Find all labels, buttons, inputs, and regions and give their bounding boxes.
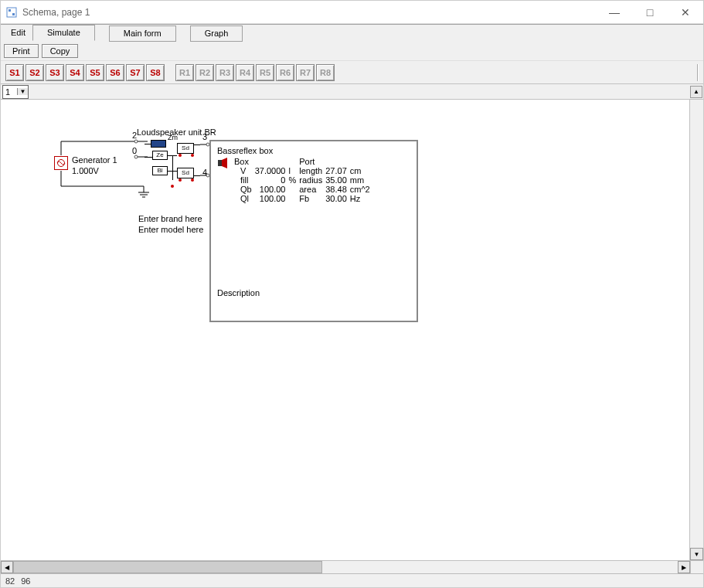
brand-placeholder[interactable]: Enter brand here bbox=[138, 214, 202, 223]
box-header: Box bbox=[234, 157, 255, 166]
s1-button[interactable]: S1 bbox=[5, 64, 24, 81]
schematic-canvas[interactable]: 2 0 3 4 Zm Generator 1 1.000V Loudspeake… bbox=[1, 100, 690, 560]
status-x: 82 bbox=[5, 576, 15, 586]
scroll-up-button[interactable]: ▲ bbox=[690, 86, 702, 98]
s5-button[interactable]: S5 bbox=[86, 64, 104, 81]
brbox-table: Box Port V 37.0000 l length 27.07 cm bbox=[217, 157, 373, 203]
minimize-button[interactable]: — bbox=[597, 1, 632, 23]
bassreflex-box[interactable]: Bassreflex box Box Port bbox=[209, 140, 418, 322]
svg-rect-0 bbox=[7, 8, 16, 17]
fill-label: fill bbox=[234, 175, 255, 185]
r1-button[interactable]: R1 bbox=[175, 64, 194, 81]
scroll-corner bbox=[690, 561, 703, 573]
scroll-left-button[interactable]: ◀ bbox=[1, 561, 13, 573]
area-value: 38.48 bbox=[325, 185, 350, 194]
fill-value: 0 bbox=[255, 175, 289, 185]
r4-button[interactable]: R4 bbox=[236, 64, 254, 81]
status-bar: 82 96 bbox=[1, 573, 703, 587]
menu-bar: Edit Simulate Main form Graph bbox=[1, 24, 703, 41]
schematic: 2 0 3 4 Zm Generator 1 1.000V Loudspeake… bbox=[1, 100, 689, 560]
node-0-label: 0 bbox=[132, 146, 137, 155]
fill-unit: % bbox=[288, 175, 299, 185]
ql-value: 100.00 bbox=[255, 194, 289, 203]
ls-sd1-box: Sd bbox=[177, 143, 194, 154]
v-unit: l bbox=[288, 166, 299, 175]
fb-label: Fb bbox=[299, 194, 325, 203]
horizontal-scrollbar[interactable]: ◀ ▶ bbox=[1, 560, 703, 573]
ls-dot-4 bbox=[191, 178, 194, 182]
v-value: 37.0000 bbox=[255, 166, 289, 175]
ls-dot-3 bbox=[179, 178, 182, 182]
ls-sd2-box: Sd bbox=[177, 168, 194, 178]
length-unit: cm bbox=[350, 166, 373, 175]
tab-graph[interactable]: Graph bbox=[190, 25, 243, 42]
r2-button[interactable]: R2 bbox=[196, 64, 214, 81]
ls-ze-box: Ze bbox=[152, 151, 168, 160]
s6-button[interactable]: S6 bbox=[106, 64, 124, 81]
fb-unit: Hz bbox=[350, 194, 373, 203]
svg-rect-1 bbox=[9, 9, 11, 12]
port-header: Port bbox=[299, 157, 325, 166]
toolbar: Print Copy bbox=[1, 41, 703, 61]
generator-symbol[interactable] bbox=[54, 156, 68, 170]
generator-label: Generator 1 bbox=[72, 155, 117, 165]
page-dropdown[interactable]: 1 ▼ bbox=[2, 85, 29, 99]
qb-label: Qb bbox=[234, 185, 255, 194]
scroll-right-button[interactable]: ▶ bbox=[678, 561, 690, 573]
s7-button[interactable]: S7 bbox=[126, 64, 145, 81]
radius-value: 35.00 bbox=[325, 175, 350, 185]
hscroll-thumb[interactable] bbox=[13, 561, 322, 573]
loudspeaker-block[interactable]: Ze Bl Sd Sd bbox=[145, 140, 206, 199]
ls-dot-2 bbox=[191, 154, 194, 157]
r5-button[interactable]: R5 bbox=[256, 64, 274, 81]
window-controls: — □ ✕ bbox=[597, 1, 703, 23]
vertical-scrollbar[interactable]: ▼ bbox=[690, 100, 703, 560]
app-icon bbox=[5, 6, 18, 19]
r8-button[interactable]: R8 bbox=[316, 64, 335, 81]
v-label: V bbox=[234, 166, 255, 175]
loudspeaker-title: Loudspeaker unit BR bbox=[137, 127, 216, 137]
print-button[interactable]: Print bbox=[4, 44, 39, 58]
qb-value: 100.00 bbox=[255, 185, 289, 194]
r3-button[interactable]: R3 bbox=[216, 64, 234, 81]
ls-bl-box: Bl bbox=[152, 166, 168, 175]
window-title: Schema, page 1 bbox=[22, 7, 597, 18]
svg-rect-2 bbox=[12, 13, 15, 15]
hscroll-track[interactable] bbox=[322, 561, 678, 573]
svg-rect-14 bbox=[218, 160, 222, 166]
tab-simulate[interactable]: Simulate bbox=[32, 25, 95, 41]
ql-label: Ql bbox=[234, 194, 255, 203]
area-unit: cm^2 bbox=[350, 185, 373, 194]
generator-voltage: 1.000V bbox=[72, 166, 99, 175]
sr-button-row: S1 S2 S3 S4 S5 S6 S7 S8 R1 R2 R3 R4 R5 R… bbox=[1, 61, 703, 84]
length-value: 27.07 bbox=[325, 166, 350, 175]
close-button[interactable]: ✕ bbox=[668, 1, 703, 23]
ls-dot-1 bbox=[179, 154, 182, 157]
titlebar: Schema, page 1 — □ ✕ bbox=[1, 1, 703, 24]
page-selector-row: 1 ▼ ▲ bbox=[1, 84, 703, 100]
toolbar-separator bbox=[697, 64, 699, 81]
tab-main-form[interactable]: Main form bbox=[109, 25, 176, 42]
vscroll-track[interactable] bbox=[690, 100, 703, 548]
s2-button[interactable]: S2 bbox=[26, 64, 44, 81]
r6-button[interactable]: R6 bbox=[276, 64, 294, 81]
model-placeholder[interactable]: Enter model here bbox=[138, 225, 203, 234]
maximize-button[interactable]: □ bbox=[632, 1, 668, 23]
s-button-group: S1 S2 S3 S4 S5 S6 S7 S8 bbox=[5, 64, 165, 81]
speaker-icon bbox=[217, 157, 230, 169]
s8-button[interactable]: S8 bbox=[146, 64, 165, 81]
svg-marker-15 bbox=[222, 158, 227, 168]
radius-label: radius bbox=[299, 175, 325, 185]
copy-button[interactable]: Copy bbox=[42, 44, 79, 58]
brbox-description[interactable]: Description bbox=[217, 288, 410, 297]
r-button-group: R1 R2 R3 R4 R5 R6 R7 R8 bbox=[175, 64, 335, 81]
fb-value: 30.00 bbox=[325, 194, 350, 203]
s4-button[interactable]: S4 bbox=[66, 64, 84, 81]
canvas-wrap: 2 0 3 4 Zm Generator 1 1.000V Loudspeake… bbox=[1, 100, 703, 560]
s3-button[interactable]: S3 bbox=[46, 64, 64, 81]
ls-dot-5 bbox=[171, 185, 174, 188]
ls-mass-icon bbox=[151, 140, 166, 148]
r7-button[interactable]: R7 bbox=[296, 64, 315, 81]
menu-edit[interactable]: Edit bbox=[4, 25, 32, 41]
scroll-down-button[interactable]: ▼ bbox=[690, 548, 703, 560]
